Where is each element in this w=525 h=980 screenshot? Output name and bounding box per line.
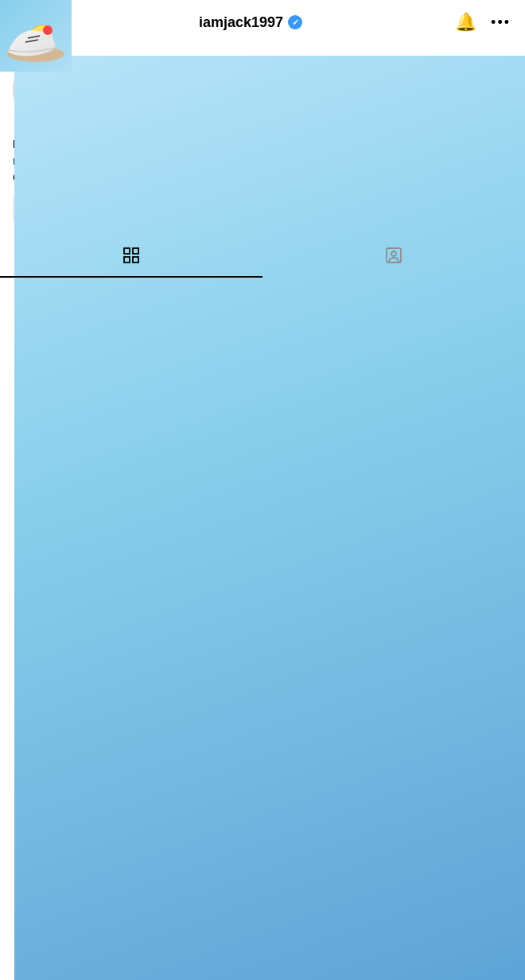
header: ‹ iamjack1997 ✓ 🔔 ••• xyxy=(0,0,525,45)
svg-rect-7 xyxy=(124,257,130,262)
svg-point-10 xyxy=(391,251,396,256)
header-icons: 🔔 ••• xyxy=(455,12,511,33)
profile-top: 0 Bài viết 886K Người theo dõi 0 Đang th… xyxy=(13,54,512,126)
svg-rect-8 xyxy=(133,257,138,262)
grid-icon xyxy=(122,246,141,265)
notification-icon[interactable]: 🔔 xyxy=(455,12,476,33)
more-options-icon[interactable]: ••• xyxy=(491,14,511,31)
profile-section: 0 Bài viết 886K Người theo dõi 0 Đang th… xyxy=(0,45,525,222)
header-title-wrap: iamjack1997 ✓ xyxy=(199,14,302,31)
header-username: iamjack1997 xyxy=(199,14,283,31)
tab-tagged[interactable] xyxy=(262,235,525,278)
tagged-icon xyxy=(384,246,403,265)
verified-badge: ✓ xyxy=(288,15,302,29)
tab-grid[interactable] xyxy=(0,235,262,278)
svg-rect-6 xyxy=(133,248,138,254)
avatar xyxy=(13,54,84,126)
svg-rect-5 xyxy=(124,248,130,254)
tabs xyxy=(0,235,525,278)
